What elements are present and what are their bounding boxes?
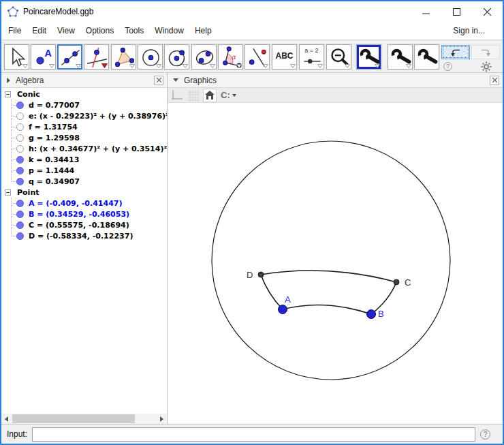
menu-tools[interactable]: Tools xyxy=(119,22,149,40)
toolbar-settings-gear-icon[interactable] xyxy=(481,61,492,72)
algebra-item-A[interactable]: A = (-0.409, -0.41447) xyxy=(1,198,167,209)
algebra-item-C[interactable]: C = (0.55575, -0.18694) xyxy=(1,219,167,230)
algebra-item-q[interactable]: q = 0.34907 xyxy=(1,176,167,187)
capture-menu[interactable]: C: xyxy=(221,90,236,100)
visibility-marble-icon[interactable] xyxy=(16,178,24,185)
menu-file[interactable]: File xyxy=(3,22,27,40)
point-tool-button[interactable]: A xyxy=(31,44,56,70)
custom-tool-3-button[interactable] xyxy=(414,44,439,70)
poincare-disk-boundary[interactable] xyxy=(212,141,450,380)
algebra-group-point[interactable]: Point xyxy=(1,187,167,198)
dropdown-arrow-icon[interactable] xyxy=(156,64,161,68)
visibility-marble-icon[interactable] xyxy=(16,134,24,142)
geodesic-AB xyxy=(283,305,371,314)
menu-window[interactable]: Window xyxy=(149,22,189,40)
toolbar-help-icon[interactable]: ? xyxy=(443,62,452,71)
move-tool-button[interactable] xyxy=(4,44,29,70)
scroll-left-arrow-icon[interactable] xyxy=(1,414,12,424)
perpendicular-line-tool-button[interactable] xyxy=(84,44,109,70)
visibility-marble-icon[interactable] xyxy=(16,123,24,131)
slider-tool-button[interactable]: a = 2 xyxy=(299,44,324,70)
graphics-close-button[interactable] xyxy=(490,76,499,85)
visibility-marble-icon[interactable] xyxy=(16,156,24,164)
dropdown-arrow-icon[interactable] xyxy=(317,64,323,68)
dropdown-arrow-icon[interactable] xyxy=(263,64,268,68)
algebra-close-button[interactable] xyxy=(154,76,163,85)
dropdown-arrow-icon[interactable] xyxy=(406,64,411,68)
algebra-item-g[interactable]: g = 1.29598 xyxy=(1,132,167,143)
algebra-item-k[interactable]: k = 0.34413 xyxy=(1,154,167,165)
algebra-horizontal-scrollbar[interactable] xyxy=(1,414,167,424)
visibility-marble-icon[interactable] xyxy=(16,102,24,109)
visibility-marble-icon[interactable] xyxy=(16,145,24,153)
text-tool-button[interactable]: ABC xyxy=(272,44,297,70)
redo-button[interactable] xyxy=(471,45,500,59)
point-D[interactable] xyxy=(258,272,264,277)
home-view-button[interactable] xyxy=(203,89,217,102)
dropdown-arrow-red-icon[interactable] xyxy=(101,63,108,68)
algebra-collapse-arrow-icon[interactable] xyxy=(7,78,10,83)
maximize-button[interactable] xyxy=(441,1,472,22)
collapse-minus-icon[interactable] xyxy=(5,91,11,97)
algebra-item-B[interactable]: B = (0.34529, -0.46053) xyxy=(1,209,167,219)
reflect-tool-button[interactable] xyxy=(245,44,270,70)
point-label-A: A xyxy=(285,294,291,305)
visibility-marble-icon[interactable] xyxy=(16,112,24,120)
algebra-item-d[interactable]: d = 0.77007 xyxy=(1,99,167,110)
collapse-minus-icon[interactable] xyxy=(5,189,11,196)
menu-view[interactable]: View xyxy=(52,22,80,40)
dropdown-arrow-icon[interactable] xyxy=(22,64,28,68)
menu-edit[interactable]: Edit xyxy=(27,22,52,40)
dropdown-arrow-icon[interactable] xyxy=(210,64,215,68)
axes-toggle-icon[interactable] xyxy=(170,89,184,102)
custom-tool-1-button[interactable] xyxy=(356,44,381,70)
algebra-item-h[interactable]: h: (x + 0.34677)² + (y + 0.3514)² = 0. xyxy=(1,143,167,154)
angle-tool-button[interactable]: α xyxy=(218,44,243,70)
line-tool-button[interactable] xyxy=(57,44,82,70)
ellipse-tool-button[interactable] xyxy=(191,44,217,70)
geodesic-DA xyxy=(261,275,283,309)
circle-tool-button[interactable] xyxy=(138,44,163,70)
custom-tool-2-button[interactable] xyxy=(388,44,413,70)
dropdown-arrow-icon[interactable] xyxy=(375,64,380,68)
command-input-field[interactable] xyxy=(32,427,475,442)
algebra-item-f[interactable]: f = 1.31754 xyxy=(1,121,167,132)
visibility-marble-icon[interactable] xyxy=(16,211,24,218)
point-B[interactable] xyxy=(367,310,376,319)
redo-arrow-icon xyxy=(480,48,491,57)
menu-options[interactable]: Options xyxy=(80,22,119,40)
algebra-item-p[interactable]: p = 1.1444 xyxy=(1,165,167,176)
sign-in-link[interactable]: Sign in... xyxy=(453,26,503,35)
grid-toggle-icon[interactable] xyxy=(187,89,200,102)
menu-help[interactable]: Help xyxy=(189,22,217,40)
dropdown-arrow-icon[interactable] xyxy=(49,64,54,68)
graphics-canvas[interactable]: D C A B xyxy=(168,103,503,424)
undo-button[interactable] xyxy=(441,45,470,59)
dropdown-arrow-icon[interactable] xyxy=(183,64,188,68)
graphics-collapse-arrow-icon[interactable] xyxy=(173,78,178,82)
dropdown-arrow-icon[interactable] xyxy=(236,64,242,68)
algebra-item-D[interactable]: D = (-0.58334, -0.12237) xyxy=(1,230,167,241)
point-A[interactable] xyxy=(279,305,287,314)
algebra-group-conic[interactable]: Conic xyxy=(1,89,167,99)
algebra-item-e[interactable]: e: (x - 0.29223)² + (y + 0.38976)² = 0 xyxy=(1,110,167,121)
zoom-out-tool-button[interactable] xyxy=(326,44,351,70)
text-tool-label: ABC xyxy=(272,51,296,61)
circle-through-point-tool-button[interactable] xyxy=(164,44,189,70)
input-help-icon[interactable]: ? xyxy=(480,429,490,440)
visibility-marble-icon[interactable] xyxy=(16,200,24,207)
dropdown-arrow-icon[interactable] xyxy=(345,64,350,68)
scrollbar-thumb[interactable] xyxy=(12,414,135,423)
polygon-tool-button[interactable] xyxy=(111,44,136,70)
algebra-tree: Conic d = 0.77007 e: (x - 0.29223)² + (y… xyxy=(1,88,167,414)
close-button[interactable] xyxy=(472,1,503,22)
dropdown-arrow-icon[interactable] xyxy=(290,64,296,68)
scroll-right-arrow-icon[interactable] xyxy=(157,414,167,424)
dropdown-arrow-icon[interactable] xyxy=(76,64,81,68)
visibility-marble-icon[interactable] xyxy=(16,232,24,240)
dropdown-arrow-icon[interactable] xyxy=(129,64,135,68)
point-C[interactable] xyxy=(394,279,399,285)
minimize-button[interactable] xyxy=(411,1,441,22)
visibility-marble-icon[interactable] xyxy=(16,167,24,174)
visibility-marble-icon[interactable] xyxy=(16,221,24,229)
